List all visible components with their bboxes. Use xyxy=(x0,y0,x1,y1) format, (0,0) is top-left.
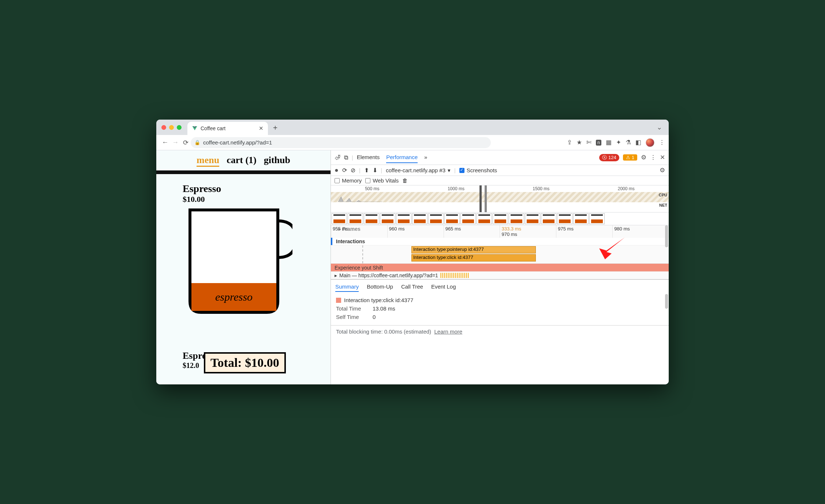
tab-title: Coffee cart xyxy=(201,125,225,131)
lock-icon: 🔒 xyxy=(194,140,200,145)
screenshot-thumb[interactable] xyxy=(460,213,476,224)
tab-performance[interactable]: Performance xyxy=(386,152,418,163)
minimize-window-button[interactable] xyxy=(169,125,174,130)
close-window-button[interactable] xyxy=(161,125,166,130)
checkbox-icon xyxy=(365,178,370,183)
screenshot-thumb[interactable] xyxy=(589,213,605,224)
tab-elements[interactable]: Elements xyxy=(357,152,380,163)
load-profile-icon[interactable]: ⬆ xyxy=(364,167,369,174)
devtools-settings-icon[interactable]: ⚙ xyxy=(641,154,646,161)
kebab-menu-icon[interactable]: ⋮ xyxy=(659,139,665,146)
interaction-bar-pointerup[interactable]: Interaction type:pointerup id:4377 xyxy=(411,246,536,253)
overview-marker xyxy=(479,185,482,212)
tab-more[interactable]: » xyxy=(424,152,427,163)
screenshot-thumb[interactable] xyxy=(573,213,589,224)
error-count-badge[interactable]: ⓧ 124 xyxy=(599,154,619,161)
devtools-top-row: ⮰ ⧉ | Elements Performance » ⓧ 124 ⚠ 1 ⚙… xyxy=(331,150,669,165)
timeline-overview[interactable]: 500 ms 1000 ms 1500 ms 2000 ms CPU NET xyxy=(331,185,669,212)
screenshot-thumb[interactable] xyxy=(396,213,411,224)
interactions-track[interactable]: Interaction type:pointerup id:4377 Inter… xyxy=(331,245,669,263)
screenshot-thumb[interactable] xyxy=(477,213,492,224)
devtools-more-icon[interactable]: ⋮ xyxy=(650,154,656,161)
scrollbar[interactable] xyxy=(665,294,668,309)
address-bar: ← → ⟳ 🔒 coffee-cart.netlify.app/?ad=1 ⇪ … xyxy=(156,135,669,150)
main-thread-track[interactable]: ▸ Main — https://coffee-cart.netlify.app… xyxy=(331,271,669,279)
screenshot-thumb[interactable] xyxy=(509,213,524,224)
flame-chart[interactable]: ▸ Frames 955 ms 960 ms 965 ms 333.3 ms97… xyxy=(331,225,669,279)
labs-flask-icon[interactable]: ⚗ xyxy=(626,139,631,146)
screenshot-thumb[interactable] xyxy=(428,213,444,224)
sidepanel-icon[interactable]: ◧ xyxy=(635,139,641,146)
inspect-element-icon[interactable]: ⮰ xyxy=(335,154,340,161)
details-tabs: Summary Bottom-Up Call Tree Event Log xyxy=(331,279,669,292)
profile-avatar[interactable] xyxy=(646,138,654,147)
gc-trash-icon[interactable]: 🗑 xyxy=(402,177,408,184)
perf-settings-icon[interactable]: ⚙ xyxy=(660,166,665,174)
tbt-footer: Total blocking time: 0.00ms (estimated) … xyxy=(331,325,669,338)
screenshot-thumb[interactable] xyxy=(364,213,379,224)
tab-bottom-up[interactable]: Bottom-Up xyxy=(367,282,393,292)
back-button[interactable]: ← xyxy=(160,139,170,146)
screenshot-thumb[interactable] xyxy=(348,213,363,224)
warning-count-badge[interactable]: ⚠ 1 xyxy=(623,154,637,161)
extension-n-icon[interactable]: n xyxy=(596,140,601,146)
screenshot-thumb[interactable] xyxy=(380,213,395,224)
cart-total[interactable]: Total: $10.00 xyxy=(204,352,286,373)
nav-menu[interactable]: menu xyxy=(197,155,219,167)
tab-call-tree[interactable]: Call Tree xyxy=(401,282,423,292)
product-card-espresso[interactable]: Espresso $10.00 espresso xyxy=(183,183,331,317)
new-tab-button[interactable]: ＋ xyxy=(272,123,279,132)
summary-self-value: 0 xyxy=(373,314,376,320)
clear-button[interactable]: ⊘ xyxy=(351,167,355,174)
product-name: Espresso xyxy=(183,183,331,195)
screenshot-thumb[interactable] xyxy=(557,213,572,224)
screenshots-checkbox[interactable]: Screenshots xyxy=(459,167,497,173)
screenshot-thumb[interactable] xyxy=(444,213,460,224)
nav-github[interactable]: github xyxy=(264,155,290,167)
experience-track[interactable]: Experience yout Shift xyxy=(331,263,669,271)
webvitals-checkbox[interactable]: Web Vitals xyxy=(365,177,399,184)
screenshot-thumb[interactable] xyxy=(493,213,508,224)
save-profile-icon[interactable]: ⬇ xyxy=(373,167,377,174)
summary-total-value: 13.08 ms xyxy=(373,305,395,312)
perf-toolbar: ● ⟳ ⊘ | ⬆ ⬇ | coffee-cart.netlify.app #3… xyxy=(331,165,669,176)
summary-title: Interaction type:click id:4377 xyxy=(344,297,413,303)
maximize-window-button[interactable] xyxy=(177,125,182,130)
tabs-dropdown-icon[interactable]: ⌄ xyxy=(657,123,662,131)
screenshot-filmstrip[interactable] xyxy=(331,212,669,225)
device-toggle-icon[interactable]: ⧉ xyxy=(344,154,348,161)
share-icon[interactable]: ⇪ xyxy=(567,139,572,146)
screenshot-thumb[interactable] xyxy=(412,213,428,224)
devtools-close-icon[interactable]: ✕ xyxy=(660,154,665,161)
forward-button[interactable]: → xyxy=(170,139,180,146)
tab-summary[interactable]: Summary xyxy=(335,282,359,292)
summary-total-key: Total Time xyxy=(336,305,373,312)
reload-button[interactable]: ⟳ xyxy=(180,139,191,147)
site-nav: menu cart (1) github xyxy=(156,150,331,168)
summary-pane: Interaction type:click id:4377 Total Tim… xyxy=(331,292,669,325)
tab-close-icon[interactable]: ✕ xyxy=(259,125,264,132)
scissors-icon[interactable]: ✄ xyxy=(586,139,591,146)
learn-more-link[interactable]: Learn more xyxy=(434,328,462,335)
record-button[interactable]: ● xyxy=(335,166,339,174)
screenshot-thumb[interactable] xyxy=(525,213,540,224)
scrollbar[interactable] xyxy=(665,225,668,247)
extensions-puzzle-icon[interactable]: ✦ xyxy=(616,139,621,146)
main-thread-activity-icon xyxy=(440,273,470,278)
memory-checkbox[interactable]: Memory xyxy=(335,177,362,184)
toolbar-right: ⇪ ★ ✄ n ▦ ✦ ⚗ ◧ ⋮ xyxy=(567,138,665,147)
tab-event-log[interactable]: Event Log xyxy=(431,282,456,292)
nav-cart[interactable]: cart (1) xyxy=(227,155,257,167)
url-input[interactable]: 🔒 coffee-cart.netlify.app/?ad=1 xyxy=(191,137,491,148)
overview-ticks: 500 ms 1000 ms 1500 ms 2000 ms xyxy=(331,185,669,191)
browser-tab[interactable]: Coffee cart ✕ xyxy=(187,122,268,135)
net-label: NET xyxy=(659,203,667,207)
recording-select[interactable]: coffee-cart.netlify.app #3 ▾ xyxy=(386,167,451,174)
screenshot-thumb[interactable] xyxy=(541,213,556,224)
interaction-bar-click[interactable]: Interaction type:click id:4377 xyxy=(411,254,536,262)
bookmark-star-icon[interactable]: ★ xyxy=(576,139,582,146)
cart-total-text: Total: $10.00 xyxy=(210,356,279,369)
reload-record-button[interactable]: ⟳ xyxy=(342,167,347,174)
extension-grid-icon[interactable]: ▦ xyxy=(606,139,612,146)
screenshot-thumb[interactable] xyxy=(332,213,347,224)
